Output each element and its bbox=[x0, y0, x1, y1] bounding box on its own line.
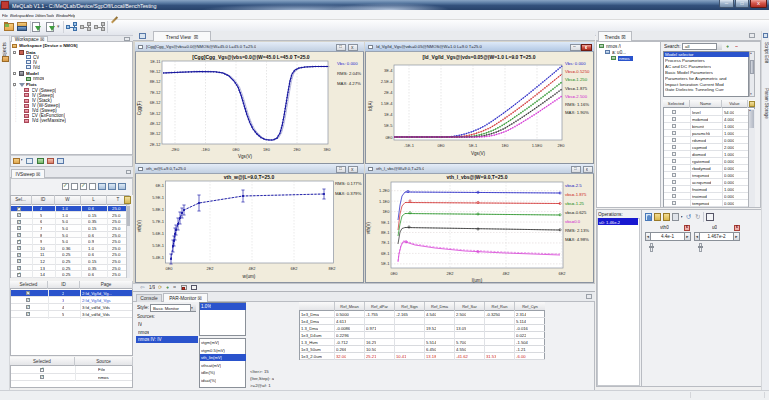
svg-text:[Cgg]Cgg_Vgs@|vbs=0.0@|W=45.0: [Cgg]Cgg_Vgs@|vbs=0.0@|W=45.0 L=45.0 T=2… bbox=[192, 54, 310, 60]
svg-text:8E-12: 8E-12 bbox=[150, 79, 161, 84]
svg-text:6E-1: 6E-1 bbox=[381, 251, 390, 256]
svg-text:8E-1: 8E-1 bbox=[381, 230, 390, 235]
svg-text:1.1E0: 1.1E0 bbox=[379, 199, 390, 204]
svg-text:RMS: 1.16%: RMS: 1.16% bbox=[565, 102, 589, 107]
svg-text:Vgs(V): Vgs(V) bbox=[238, 154, 253, 159]
svg-text:5E-1: 5E-1 bbox=[469, 143, 478, 148]
svg-text:5.8E-1: 5.8E-1 bbox=[152, 207, 165, 212]
svg-text:MAX: 0.379%: MAX: 0.379% bbox=[335, 191, 361, 196]
svg-text:vbs=-1.25: vbs=-1.25 bbox=[565, 201, 585, 206]
svg-text:1E0: 1E0 bbox=[263, 147, 271, 152]
svg-text:1.5E-4: 1.5E-4 bbox=[381, 101, 394, 106]
svg-text:2E-12: 2E-12 bbox=[150, 142, 161, 147]
svg-text:7E-1: 7E-1 bbox=[381, 240, 390, 245]
svg-text:Id(A): Id(A) bbox=[368, 101, 373, 111]
svg-text:6E2: 6E2 bbox=[290, 266, 298, 271]
svg-text:0E0: 0E0 bbox=[165, 266, 173, 271]
svg-text:1.2E0: 1.2E0 bbox=[379, 188, 390, 193]
svg-text:5.5E-1: 5.5E-1 bbox=[152, 243, 165, 248]
svg-text:2E0: 2E0 bbox=[557, 143, 565, 148]
svg-text:vbs=-0.625: vbs=-0.625 bbox=[565, 210, 587, 215]
svg-text:8E2: 8E2 bbox=[328, 266, 336, 271]
svg-text:vbs=0.0: vbs=0.0 bbox=[565, 219, 581, 224]
svg-text:6E-1: 6E-1 bbox=[156, 183, 165, 188]
svg-text:MAX: 4.98%: MAX: 4.98% bbox=[565, 237, 589, 242]
svg-text:-1E0: -1E0 bbox=[201, 147, 210, 152]
svg-text:Vbs: 0.000: Vbs: 0.000 bbox=[337, 61, 358, 66]
svg-text:0E0: 0E0 bbox=[232, 147, 240, 152]
svg-text:2E2: 2E2 bbox=[446, 271, 454, 276]
svg-text:3E-12: 3E-12 bbox=[150, 131, 161, 136]
svg-text:5E-5: 5E-5 bbox=[384, 123, 393, 128]
svg-text:6E2: 6E2 bbox=[558, 271, 566, 276]
svg-text:w(um): w(um) bbox=[243, 274, 256, 279]
svg-text:vth_w@|L=9.0,T=25.0: vth_w@|L=9.0,T=25.0 bbox=[224, 174, 275, 180]
svg-text:2E2: 2E2 bbox=[206, 266, 214, 271]
svg-text:Vbs=-2.500: Vbs=-2.500 bbox=[565, 94, 588, 99]
svg-text:RMS: 2.13%: RMS: 2.13% bbox=[565, 228, 589, 233]
svg-text:5.6E-1: 5.6E-1 bbox=[152, 231, 165, 236]
svg-text:2E0: 2E0 bbox=[293, 147, 301, 152]
svg-text:9E-12: 9E-12 bbox=[150, 69, 161, 74]
svg-text:0E0: 0E0 bbox=[437, 143, 445, 148]
svg-text:Vbs: 0.000: Vbs: 0.000 bbox=[565, 61, 586, 66]
svg-text:9E-1: 9E-1 bbox=[381, 220, 390, 225]
svg-text:[Id_Vg/Id_Vgs@|vds=0.05@|W=1.0: [Id_Vg/Id_Vgs@|vds=0.05@|W=1.0 L=9.0 T=2… bbox=[423, 54, 536, 60]
svg-text:3E-4: 3E-4 bbox=[384, 68, 393, 73]
svg-text:2.5E-4: 2.5E-4 bbox=[381, 79, 394, 84]
svg-text:-5E-1: -5E-1 bbox=[404, 143, 415, 148]
svg-text:RMS: 0.177%: RMS: 0.177% bbox=[335, 181, 362, 186]
svg-text:4E-12: 4E-12 bbox=[150, 121, 161, 126]
svg-text:0E0: 0E0 bbox=[385, 135, 393, 140]
svg-text:Vgs(V): Vgs(V) bbox=[471, 151, 486, 156]
svg-text:1.5E0: 1.5E0 bbox=[532, 143, 543, 148]
svg-text:RMS: 2.04%: RMS: 2.04% bbox=[337, 71, 361, 76]
svg-text:0E0: 0E0 bbox=[390, 271, 398, 276]
svg-text:MAX: 4.27%: MAX: 4.27% bbox=[337, 81, 361, 86]
svg-text:vbs=-2.5: vbs=-2.5 bbox=[565, 183, 582, 188]
svg-text:5E-1: 5E-1 bbox=[381, 261, 390, 266]
svg-text:1E0: 1E0 bbox=[382, 209, 390, 214]
svg-text:6E-12: 6E-12 bbox=[150, 100, 161, 105]
svg-text:4E2: 4E2 bbox=[502, 271, 510, 276]
svg-text:vbs=-1.875: vbs=-1.875 bbox=[565, 192, 587, 197]
svg-text:1E0: 1E0 bbox=[501, 143, 509, 148]
svg-text:MAX: 1.90%: MAX: 1.90% bbox=[565, 110, 589, 115]
svg-text:Vbs=-0.5250: Vbs=-0.5250 bbox=[565, 69, 590, 74]
svg-text:2E-4: 2E-4 bbox=[384, 90, 393, 95]
svg-text:5.4E-1: 5.4E-1 bbox=[152, 255, 165, 260]
svg-text:Vbs=-1.250: Vbs=-1.250 bbox=[565, 77, 588, 82]
svg-text:3E0: 3E0 bbox=[323, 147, 331, 152]
svg-text:-2E0: -2E0 bbox=[171, 147, 180, 152]
svg-text:vth(V): vth(V) bbox=[366, 221, 371, 234]
svg-text:Vbs=-1.875: Vbs=-1.875 bbox=[565, 86, 588, 91]
svg-text:vth_l_vbs@|W=9.0,T=25.0: vth_l_vbs@|W=9.0,T=25.0 bbox=[446, 174, 507, 180]
svg-text:Cgg(F): Cgg(F) bbox=[137, 100, 142, 115]
svg-text:5.9E-1: 5.9E-1 bbox=[152, 195, 165, 200]
svg-text:5.7E-1: 5.7E-1 bbox=[152, 219, 165, 224]
svg-text:5E-12: 5E-12 bbox=[150, 111, 161, 116]
svg-text:1E-4: 1E-4 bbox=[384, 112, 393, 117]
svg-text:1E-11: 1E-11 bbox=[150, 59, 161, 64]
svg-text:4E2: 4E2 bbox=[248, 266, 256, 271]
svg-text:7E-12: 7E-12 bbox=[150, 90, 161, 95]
svg-text:vth(V): vth(V) bbox=[137, 219, 142, 232]
